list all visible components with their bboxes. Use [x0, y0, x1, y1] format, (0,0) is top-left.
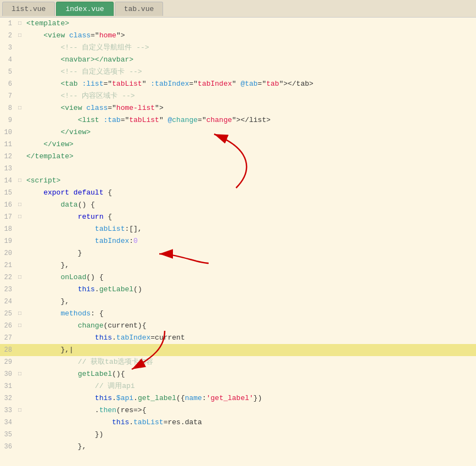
fold-icon[interactable]: □ [15, 211, 24, 223]
fold-icon [15, 114, 24, 126]
fold-icon [15, 417, 24, 429]
line-number: 32 [0, 392, 15, 404]
fold-icon [15, 90, 24, 102]
fold-icon[interactable]: □ [15, 102, 24, 114]
table-row: 28 },| [0, 344, 476, 356]
fold-icon [15, 78, 24, 90]
fold-icon [15, 42, 24, 54]
fold-icon [15, 223, 24, 235]
table-row: 20 } [0, 247, 476, 259]
table-row: 17 □ return { [0, 211, 476, 223]
code-content: }, [24, 259, 476, 271]
fold-icon[interactable]: □ [15, 30, 24, 42]
line-number: 21 [0, 259, 15, 271]
fold-icon [15, 332, 24, 344]
fold-icon [15, 344, 24, 356]
code-content: }, [24, 296, 476, 308]
line-number: 26 [0, 320, 15, 332]
code-content: methods: { [24, 308, 476, 320]
code-content: // 调用api [24, 380, 476, 392]
line-number: 13 [0, 163, 15, 175]
code-content: getLabel(){ [24, 368, 476, 380]
line-number: 5 [0, 66, 15, 78]
table-row: 33 □ .then(res=>{ [0, 404, 476, 417]
code-content: export default { [24, 187, 476, 199]
code-content [24, 163, 476, 175]
fold-icon[interactable]: □ [15, 368, 24, 380]
table-row: 26 □ change(current){ [0, 320, 476, 332]
code-content: tabList:[], [24, 223, 476, 235]
table-row: 6 <tab :list="tabList" :tabIndex="tabInd… [0, 78, 476, 90]
fold-icon [15, 235, 24, 247]
line-number: 18 [0, 223, 15, 235]
fold-icon[interactable]: □ [15, 271, 24, 284]
line-number: 23 [0, 284, 15, 296]
line-number: 17 [0, 211, 15, 223]
tab-list-vue[interactable]: list.vue [2, 2, 55, 16]
line-number: 7 [0, 90, 15, 102]
table-row: 18 tabList:[], [0, 223, 476, 235]
table-row: 30 □ getLabel(){ [0, 368, 476, 380]
code-content: this.getLabel() [24, 284, 476, 296]
fold-icon[interactable]: □ [15, 175, 24, 187]
table-row: 3 <!-- 自定义导航组件 --> [0, 42, 476, 54]
fold-icon [15, 126, 24, 138]
table-row: 22 □ onLoad() { [0, 271, 476, 284]
line-number: 10 [0, 126, 15, 138]
fold-icon[interactable]: □ [15, 199, 24, 211]
table-row: 12 </template> [0, 151, 476, 163]
line-number: 24 [0, 296, 15, 308]
line-number: 25 [0, 308, 15, 320]
code-content: <template> [24, 18, 476, 30]
tab-tab-vue[interactable]: tab.vue [115, 2, 164, 16]
code-content: },| [24, 344, 476, 356]
table-row: 24 }, [0, 296, 476, 308]
line-number: 30 [0, 368, 15, 380]
line-number: 16 [0, 199, 15, 211]
code-content: <list :tab="tabList" @change="change"></… [24, 114, 476, 126]
code-content: </template> [24, 151, 476, 163]
fold-icon[interactable]: □ [15, 404, 24, 417]
code-content: <tab :list="tabList" :tabIndex="tabIndex… [24, 78, 476, 90]
line-number: 35 [0, 429, 15, 441]
table-row: 9 <list :tab="tabList" @change="change">… [0, 114, 476, 126]
fold-icon [15, 284, 24, 296]
fold-icon[interactable]: □ [15, 320, 24, 332]
fold-icon [15, 247, 24, 259]
fold-icon [15, 356, 24, 368]
table-row: 29 // 获取tab选项卡内容 [0, 356, 476, 368]
fold-icon [15, 380, 24, 392]
table-row: 2 □ <view class="home"> [0, 30, 476, 42]
fold-icon [15, 54, 24, 66]
code-content: } [24, 247, 476, 259]
table-row: 15 export default { [0, 187, 476, 199]
fold-icon[interactable]: □ [15, 18, 24, 30]
code-content: return { [24, 211, 476, 223]
table-row: 19 tabIndex:0 [0, 235, 476, 247]
fold-icon[interactable]: □ [15, 308, 24, 320]
tab-index-vue[interactable]: index.vue [56, 2, 113, 16]
line-number: 12 [0, 151, 15, 163]
line-number: 19 [0, 235, 15, 247]
tab-bar: list.vue index.vue tab.vue [0, 0, 476, 18]
table-row: 1 □ <template> [0, 18, 476, 30]
table-row: 14 □ <script> [0, 175, 476, 187]
fold-icon [15, 163, 24, 175]
table-row: 25 □ methods: { [0, 308, 476, 320]
code-content: }) [24, 429, 476, 441]
line-number: 28 [0, 344, 15, 356]
code-content: <view class="home"> [24, 30, 476, 42]
code-content: this.tabIndex=current [24, 332, 476, 344]
table-row: 27 this.tabIndex=current [0, 332, 476, 344]
code-content: // 获取tab选项卡内容 [24, 356, 476, 368]
table-row: 23 this.getLabel() [0, 284, 476, 296]
code-content: <script> [24, 175, 476, 187]
table-row: 10 </view> [0, 126, 476, 138]
line-number: 31 [0, 380, 15, 392]
table-row: 16 □ data() { [0, 199, 476, 211]
table-row: 5 <!-- 自定义选项卡 --> [0, 66, 476, 78]
line-number: 4 [0, 54, 15, 66]
line-number: 15 [0, 187, 15, 199]
line-number: 36 [0, 441, 15, 453]
code-content: this.tabList=res.data [24, 417, 476, 429]
